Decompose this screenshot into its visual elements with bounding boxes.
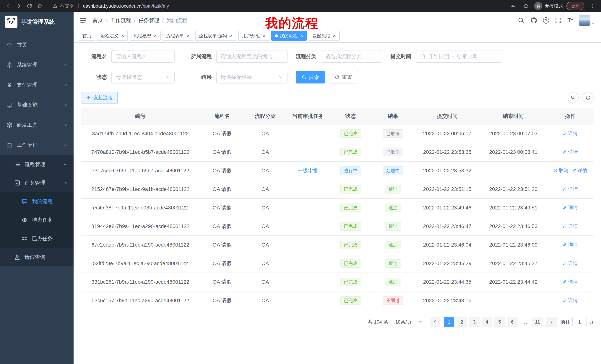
close-icon[interactable]: × (187, 33, 190, 38)
breadcrumb-item-task-management[interactable]: 任务管理 (139, 17, 159, 24)
cell-current-task (286, 199, 330, 217)
back-icon[interactable] (4, 1, 13, 11)
browser-home-icon[interactable] (35, 1, 45, 11)
close-icon[interactable]: × (262, 33, 265, 38)
sidebar-item-task-management[interactable]: 任务管理 (0, 174, 74, 192)
fullscreen-icon[interactable] (555, 17, 562, 24)
sidebar-item-label: 我的流程 (32, 198, 67, 205)
tab-label: 用户分组 (242, 33, 260, 39)
close-icon[interactable]: × (333, 33, 336, 38)
search-button[interactable]: 搜索 (296, 71, 325, 84)
cell-category: OA (244, 180, 286, 199)
category-select[interactable]: 请选择流程分类 (321, 50, 382, 63)
forward-icon[interactable] (14, 1, 24, 11)
close-icon[interactable]: × (154, 33, 157, 38)
detail-link[interactable]: 详情 (562, 297, 578, 304)
password-key-icon[interactable] (508, 1, 518, 11)
detail-link[interactable]: 详情 (562, 223, 578, 230)
sidebar-item-process-management[interactable]: 流程管理 (0, 155, 74, 174)
page-3-button[interactable]: 3 (469, 317, 480, 327)
page-4-button[interactable]: 4 (482, 317, 492, 327)
sidebar-item-my-process[interactable]: 我的流程 (0, 192, 74, 211)
tab-label: 流程模型 (133, 33, 151, 39)
submit-time-range-picker[interactable]: 开始日期 - 结束日期 (416, 50, 503, 63)
detail-link[interactable]: 详情 (562, 241, 578, 248)
chevron-down-icon (279, 75, 283, 79)
close-icon[interactable]: × (230, 33, 233, 38)
sidebar-item-system-management[interactable]: 系统管理 (0, 55, 74, 75)
github-icon[interactable] (530, 17, 537, 24)
detail-link[interactable]: 详情 (562, 279, 578, 285)
page-1-button[interactable]: 1 (444, 317, 454, 327)
browser-chrome: 不安全 dashboard.yudao.iocoder.cn/bpm/task/… (0, 0, 601, 12)
sidebar-item-payment-management[interactable]: 支付管理 (0, 75, 74, 95)
process-name-input[interactable] (111, 50, 175, 63)
close-icon[interactable]: × (300, 33, 303, 38)
filter-submit-time: 提交时间 开始日期 - 结束日期 (391, 50, 503, 63)
status-select[interactable]: 请选择状态 (111, 71, 175, 84)
cancel-link[interactable]: 取消 (553, 167, 568, 174)
tab-process-form-edit[interactable]: 流程表单-编辑× (195, 31, 236, 41)
detail-link[interactable]: 详情 (572, 167, 587, 174)
tab-home[interactable]: 首页 (79, 31, 95, 41)
breadcrumb-item-workflow[interactable]: 工作流程 (110, 17, 131, 24)
current-task-link[interactable]: 一级审批 (298, 168, 318, 173)
pager-ellipsis[interactable]: ... (520, 317, 530, 327)
cell-status: 已完成 (330, 199, 371, 217)
prev-page-button[interactable] (430, 317, 440, 327)
create-process-label: 发起流程 (93, 95, 112, 101)
next-page-button[interactable] (546, 317, 557, 327)
sidebar-item-done-tasks[interactable]: 已办任务 (0, 229, 74, 248)
tab-my-process[interactable]: 我的流程× (271, 31, 307, 41)
font-size-icon[interactable]: TT (567, 17, 573, 24)
sidebar-item-workflow[interactable]: 工作流程 (0, 135, 74, 155)
column-header-6: 提交时间 (415, 108, 480, 124)
create-process-button[interactable]: 发起流程 (81, 92, 118, 104)
reset-button[interactable]: 重置 (329, 71, 358, 84)
sidebar-item-label: 研发工具 (17, 122, 60, 129)
tab-process-definition[interactable]: 流程定义× (97, 31, 128, 41)
tab-start-process[interactable]: 发起流程× (309, 31, 340, 41)
yen-icon (6, 82, 13, 88)
detail-link[interactable]: 详情 (562, 149, 578, 155)
browser-menu-icon[interactable] (588, 1, 597, 11)
parent-process-input[interactable] (216, 50, 288, 63)
browser-update-button[interactable]: 更新 (566, 2, 584, 10)
detail-link[interactable]: 详情 (562, 130, 578, 137)
help-icon[interactable]: ? (543, 17, 549, 24)
page-size-select[interactable]: 10条/页 (392, 317, 426, 327)
sidebar-item-leave-query[interactable]: 请假查询 (0, 248, 74, 266)
app-logo[interactable]: 芋道管理系统 (0, 12, 74, 32)
sidebar-item-todo-tasks[interactable]: 待办任务 (0, 211, 74, 229)
page-11-button[interactable]: 11 (532, 317, 543, 327)
sidebar-item-infrastructure[interactable]: 基础设施 (0, 95, 74, 115)
result-select[interactable]: 请选择流结果 (216, 71, 288, 84)
page-2-button[interactable]: 2 (457, 317, 467, 327)
toggle-search-button[interactable] (568, 92, 579, 103)
tab-user-group[interactable]: 用户分组× (238, 31, 269, 41)
refresh-icon[interactable] (25, 1, 34, 11)
sidebar-item-home[interactable]: 首页 (0, 35, 74, 55)
header-search-icon[interactable] (518, 17, 525, 24)
detail-link[interactable]: 详情 (562, 204, 578, 211)
sidebar-toggle-icon[interactable] (80, 17, 87, 24)
detail-link[interactable]: 详情 (562, 260, 578, 267)
bookmark-star-icon[interactable] (521, 1, 531, 11)
cell-submit-time: 2022-01-22 23:46:04 (415, 236, 480, 254)
status-label: 状态 (81, 74, 107, 81)
refresh-table-button[interactable] (582, 92, 594, 103)
page-5-button[interactable]: 5 (494, 317, 505, 327)
user-menu[interactable] (579, 15, 595, 26)
goto-page-input[interactable] (572, 317, 587, 327)
detail-link[interactable]: 详情 (562, 186, 578, 192)
tab-process-form[interactable]: 流程表单× (162, 31, 193, 41)
home-icon (6, 42, 13, 48)
address-bar[interactable]: 不安全 dashboard.yudao.iocoder.cn/bpm/task/… (49, 1, 504, 11)
close-icon[interactable]: × (121, 33, 124, 38)
tab-process-model[interactable]: 流程模型× (130, 31, 160, 41)
page-6-button[interactable]: 6 (507, 317, 517, 327)
sidebar-item-dev-tools[interactable]: 研发工具 (0, 115, 74, 135)
result-badge: 已取消 (383, 129, 403, 138)
cell-process-id: 331bc281-7b9a-11ec-a290-acde48001122 (81, 273, 200, 291)
breadcrumb-item-home[interactable]: 首页 (92, 17, 103, 24)
